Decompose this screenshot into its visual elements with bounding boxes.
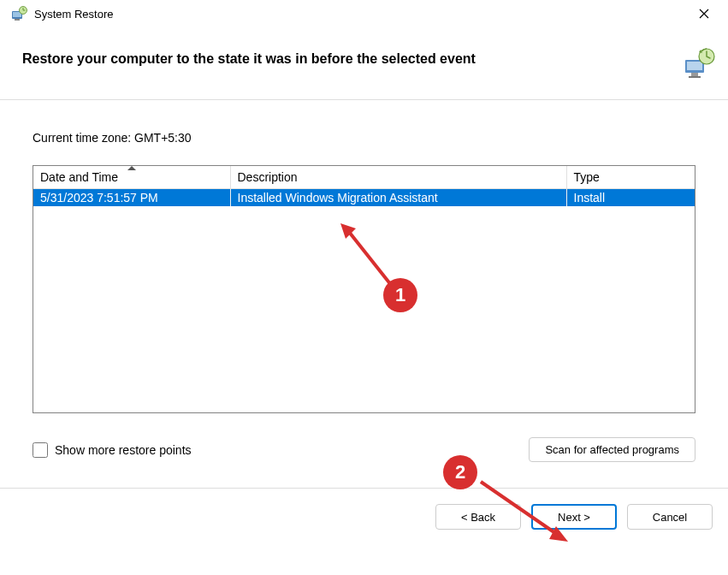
svg-rect-2	[15, 19, 20, 21]
column-header-description[interactable]: Description	[230, 166, 566, 189]
header: Restore your computer to the state it wa…	[0, 27, 728, 99]
close-icon	[699, 9, 709, 19]
column-header-type[interactable]: Type	[566, 166, 695, 189]
timezone-label: Current time zone: GMT+5:30	[33, 131, 695, 145]
cancel-button[interactable]: Cancel	[627, 504, 713, 530]
sort-indicator-icon	[127, 166, 136, 170]
window-title: System Restore	[34, 8, 684, 21]
restore-points-table: Date and Time Description Type 5/31/2023…	[33, 165, 695, 413]
back-button[interactable]: < Back	[435, 504, 521, 530]
titlebar: System Restore	[0, 0, 728, 27]
column-header-date[interactable]: Date and Time	[33, 166, 230, 189]
content: Current time zone: GMT+5:30 Date and Tim…	[0, 100, 728, 462]
table-header-row: Date and Time Description Type	[33, 166, 695, 189]
below-table-row: Show more restore points Scan for affect…	[33, 437, 695, 462]
show-more-checkbox[interactable]	[33, 442, 48, 458]
scan-affected-button[interactable]: Scan for affected programs	[529, 437, 695, 462]
next-button[interactable]: Next >	[531, 504, 617, 530]
table-row[interactable]: 5/31/2023 7:51:57 PM Installed Windows M…	[33, 189, 695, 207]
system-restore-large-icon	[682, 46, 716, 80]
svg-rect-6	[691, 73, 698, 76]
show-more-label: Show more restore points	[55, 443, 192, 457]
cell-description: Installed Windows Migration Assistant	[230, 189, 566, 207]
cell-date: 5/31/2023 7:51:57 PM	[33, 189, 230, 207]
show-more-checkbox-wrap[interactable]: Show more restore points	[33, 442, 192, 458]
footer: < Back Next > Cancel	[0, 489, 728, 545]
svg-rect-5	[687, 62, 702, 70]
system-restore-icon	[10, 5, 27, 22]
close-button[interactable]	[684, 0, 725, 27]
page-title: Restore your computer to the state it wa…	[22, 46, 476, 67]
cell-type: Install	[566, 189, 695, 207]
svg-rect-7	[689, 76, 701, 78]
